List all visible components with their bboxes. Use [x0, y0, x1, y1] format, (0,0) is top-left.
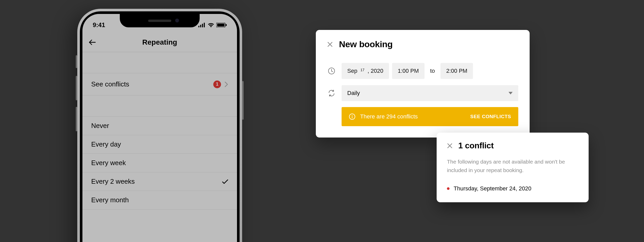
time-fields: Sep 17 , 2020 1:00 PM to 2:00 PM — [342, 63, 518, 79]
conflict-subtitle: The following days are not available and… — [447, 158, 578, 174]
phone-volume-up — [76, 76, 77, 100]
banner-left: There are 294 conflicts — [349, 113, 418, 120]
conflict-title: 1 conflict — [458, 141, 494, 150]
start-time-field[interactable]: 1:00 PM — [392, 63, 425, 79]
clock-icon — [327, 67, 336, 75]
repeat-select[interactable]: Daily — [342, 85, 518, 101]
banner-text: There are 294 conflicts — [360, 113, 418, 120]
date-day: 17 — [360, 68, 365, 72]
new-booking-card: New booking Sep 17 , 2020 1:00 PM to 2:0… — [316, 30, 530, 138]
conflict-dot-icon — [447, 187, 450, 190]
modal-dim-overlay[interactable] — [82, 14, 237, 242]
speaker-grill — [148, 20, 171, 22]
booking-header: New booking — [327, 39, 518, 49]
to-label: to — [430, 68, 435, 74]
end-time-field[interactable]: 2:00 PM — [440, 63, 473, 79]
repeat-select-value: Daily — [347, 90, 360, 96]
conflict-header: 1 conflict — [447, 141, 578, 150]
booking-repeat-row: Daily — [327, 85, 518, 101]
caret-down-icon — [509, 92, 513, 94]
booking-time-row: Sep 17 , 2020 1:00 PM to 2:00 PM — [327, 63, 518, 79]
iphone-notch — [120, 14, 200, 27]
iphone-inner: 9:41 Repeating — [80, 11, 240, 242]
iphone-frame: 9:41 Repeating — [77, 9, 242, 242]
repeat-icon — [327, 89, 336, 97]
conflict-banner: There are 294 conflicts SEE CONFLICTS — [342, 107, 518, 126]
see-conflicts-button[interactable]: SEE CONFLICTS — [470, 114, 511, 119]
date-year: , 2020 — [368, 68, 383, 74]
conflict-list-item: Thursday, September 24, 2020 — [447, 185, 578, 192]
phone-mute-switch — [76, 55, 77, 68]
svg-point-14 — [352, 115, 353, 116]
conflict-card: 1 conflict The following days are not av… — [437, 133, 589, 202]
info-icon — [349, 113, 355, 120]
date-field[interactable]: Sep 17 , 2020 — [342, 63, 389, 79]
booking-title: New booking — [339, 39, 393, 49]
phone-screen: 9:41 Repeating — [82, 14, 237, 242]
close-button[interactable] — [447, 143, 453, 149]
date-month: Sep — [347, 68, 357, 74]
svg-marker-11 — [509, 92, 513, 94]
phone-volume-down — [76, 107, 77, 131]
close-button[interactable] — [327, 42, 333, 47]
front-camera — [175, 19, 179, 22]
conflict-date: Thursday, September 24, 2020 — [454, 185, 531, 192]
phone-power-button — [242, 81, 244, 120]
